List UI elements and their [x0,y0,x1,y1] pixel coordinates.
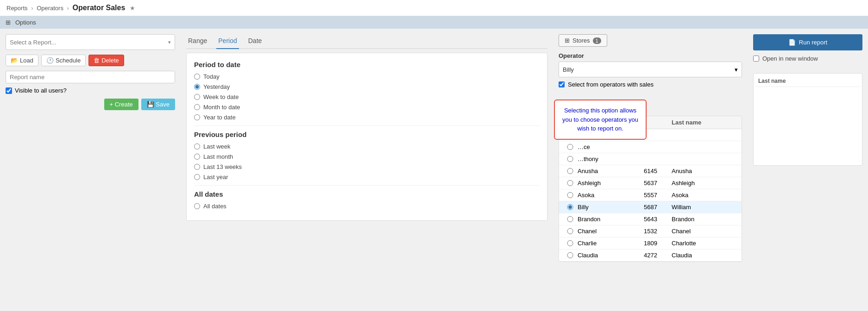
stores-badge: 1 [593,37,601,44]
row-firstname: Brandon [578,216,644,223]
radio-all-dates-input[interactable] [194,203,200,209]
breadcrumb-sep1: › [31,5,33,12]
row-id: 5557 [644,192,672,199]
open-new-window-checkbox[interactable] [753,56,759,62]
save-button[interactable]: 💾 Save [141,99,175,110]
row-radio[interactable] [563,204,578,210]
radio-month-to-date-input[interactable] [194,104,200,110]
row-id: 5637 [644,180,672,187]
right-panel: ⊞ Stores 1 Operator Billy ▾ Select from … [553,29,748,288]
tab-date[interactable]: Date [246,34,264,49]
table-row: Brandon 5643 Brandon [559,213,742,225]
row-firstname: Charlie [578,240,644,247]
delete-label: Delete [101,57,119,64]
run-report-button[interactable]: 📄 Run report [753,34,862,50]
row-radio[interactable] [563,252,578,258]
radio-last-year-input[interactable] [194,174,200,180]
row-lastname: Claudia [672,252,738,259]
row-id: 6145 [644,168,672,174]
grid-icon: ⊞ [6,19,11,26]
radio-week-to-date: Week to date [194,93,540,100]
chevron-down-icon: ▾ [168,39,171,45]
row-radio[interactable] [563,156,578,162]
row-firstname: Ashleigh [578,180,644,187]
tab-period[interactable]: Period [216,34,239,49]
stores-button[interactable]: ⊞ Stores 1 [559,34,607,47]
radio-last-week-input[interactable] [194,143,200,149]
report-name-input[interactable] [6,71,175,83]
schedule-icon: 🕐 [46,57,54,64]
create-button[interactable]: + Create [104,99,138,110]
table-row: Asoka 5557 Asoka [559,189,742,201]
radio-last-13-weeks-label: Last 13 weeks [203,163,242,170]
radio-week-to-date-input[interactable] [194,94,200,100]
radio-last-week-label: Last week [203,143,231,150]
radio-last-month: Last month [194,153,540,160]
radio-yesterday-input[interactable] [194,84,200,90]
row-lastname: Asoka [672,192,738,199]
all-dates-title: All dates [194,190,540,198]
load-button[interactable]: 📂 Load [6,55,38,66]
breadcrumb: Reports › Operators › Operator Sales ★ [0,0,868,16]
row-firstname: …thony [578,156,644,162]
row-radio[interactable] [563,180,578,186]
visible-row: Visible to all users? [6,87,175,94]
visible-checkbox[interactable] [6,87,12,94]
row-radio[interactable] [563,228,578,234]
radio-last-month-input[interactable] [194,154,200,160]
radio-year-to-date-label: Year to date [203,114,236,121]
stores-icon: ⊞ [565,37,570,44]
row-radio[interactable] [563,144,578,150]
breadcrumb-operators[interactable]: Operators [37,5,63,12]
radio-today-input[interactable] [194,74,200,80]
delete-icon: 🗑 [94,57,100,64]
delete-button[interactable]: 🗑 Delete [88,55,124,66]
breadcrumb-current: Operator Sales [73,4,126,12]
row-radio[interactable] [563,168,578,174]
radio-all-dates: All dates [194,203,540,210]
schedule-button[interactable]: 🕐 Schedule [41,55,86,66]
options-label: Options [15,19,36,26]
last-name-header: Last name [755,75,860,87]
table-row: Chanel 1532 Chanel [559,225,742,237]
run-report-icon: 📄 [788,39,796,46]
row-lastname: Brandon [672,216,738,223]
run-report-label: Run report [799,39,827,46]
row-id: 5643 [644,216,672,223]
create-save-row: + Create 💾 Save [6,99,175,110]
operator-dropdown[interactable]: Billy [563,66,735,73]
select-report-dropdown[interactable]: Select a Report... [10,39,168,46]
star-icon[interactable]: ★ [130,5,135,12]
col-lastname-header: Last name [672,119,738,126]
visible-label: Visible to all users? [15,87,67,94]
breadcrumb-reports[interactable]: Reports [6,5,28,12]
row-radio[interactable] [563,192,578,198]
radio-month-to-date: Month to date [194,104,540,111]
select-from-checkbox[interactable] [559,81,565,87]
stores-label: Stores [572,37,590,44]
tab-range[interactable]: Range [186,34,209,49]
row-lastname: Chanel [672,228,738,235]
operator-label: Operator [559,52,742,59]
radio-last-13-weeks-input[interactable] [194,164,200,170]
radio-month-to-date-label: Month to date [203,104,240,111]
radio-year-to-date-input[interactable] [194,114,200,120]
table-row: Anusha 6145 Anusha [559,165,742,177]
open-new-window-label: Open in new window [762,55,818,62]
radio-last-week: Last week [194,143,540,150]
table-row: Charlie 1809 Charlotte [559,237,742,249]
row-firstname: Anusha [578,168,644,174]
select-report-wrapper: Select a Report... ▾ [6,34,175,50]
radio-last-year-label: Last year [203,174,228,180]
row-radio[interactable] [563,216,578,222]
period-to-date-title: Period to date [194,61,540,68]
breadcrumb-sep2: › [67,5,69,12]
operator-select-wrapper: Billy ▾ [559,62,742,77]
table-row-selected: Billy 5687 William [559,201,742,213]
radio-today: Today [194,73,540,80]
options-bar: ⊞ Options [0,16,868,29]
row-radio[interactable] [563,240,578,246]
row-lastname: Charlotte [672,240,738,247]
row-firstname: Claudia [578,252,644,259]
middle-panel: Range Period Date Period to date Today Y… [181,29,553,288]
